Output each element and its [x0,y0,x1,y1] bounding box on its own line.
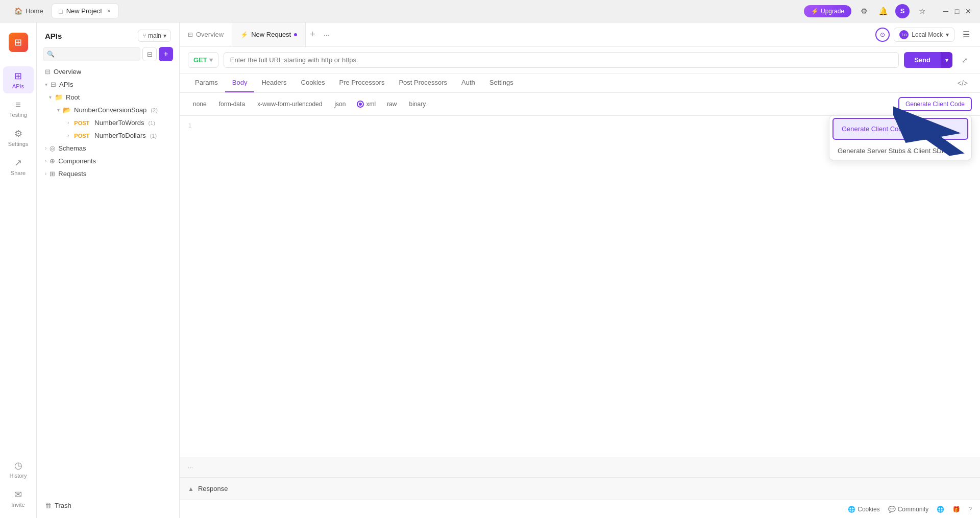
gen-code-dropdown: Generate Client Code Generate Server Stu… [829,115,972,160]
tab-new-project[interactable]: ◻ New Project ✕ [52,4,119,18]
share-icon: ↗ [14,157,22,168]
body-type-binary[interactable]: binary [404,98,431,110]
endpoint1-count: (1) [149,120,155,126]
body-type-form-data[interactable]: form-data [214,98,250,110]
avatar[interactable]: S [895,4,910,18]
tree-endpoint2[interactable]: › POST NumberToDollars (1) [41,129,175,142]
history-label: History [9,473,27,479]
method-select[interactable]: GET ▾ [188,52,218,68]
root-label: Root [66,93,80,101]
cookies-button[interactable]: 🌐 Cookies [848,506,879,513]
body-type-none[interactable]: none [188,98,212,110]
send-dropdown-button[interactable]: ▾ [941,52,952,68]
chevron-down-icon: ▾ [49,94,52,100]
tab-pre-processors[interactable]: Pre Processors [332,73,392,92]
bottom-bar: 🌐 Cookies 💬 Community 🌐 🎁 ? [180,500,980,518]
settings-icon[interactable]: ⚙ [856,4,871,18]
status-icon[interactable]: ⊙ [875,28,890,42]
tab-headers[interactable]: Headers [254,73,293,92]
testing-icon: ≡ [15,100,21,110]
app-logo: ⊞ [9,33,28,52]
overview-tab-label: Overview [196,31,224,38]
tab-settings[interactable]: Settings [482,73,521,92]
filter-button[interactable]: ⊟ [142,47,157,61]
body-type-xml[interactable]: xml [353,98,380,110]
send-button[interactable]: Send [904,52,941,68]
tree-endpoint1[interactable]: › POST NumberToWords (1) [41,116,175,129]
req-tabs: Params Body Headers Cookies Pre Processo… [180,73,980,93]
tab-close-button[interactable]: ✕ [105,8,112,15]
gen-server-stubs-option[interactable]: Generate Server Stubs & Client SDKs [829,142,971,160]
sidebar-item-history[interactable]: ◷ History [3,456,34,483]
editor-area: 1 [180,116,980,457]
request-bar: GET ▾ Send ▾ ⤢ [180,47,980,73]
tab-post-processors[interactable]: Post Processors [391,73,454,92]
tree-schemas[interactable]: › ◎ Schemas [41,142,175,155]
bookmark-icon[interactable]: ☆ [915,4,929,18]
sidebar-item-testing[interactable]: ≡ Testing [3,95,34,122]
tree-apis[interactable]: ▾ ⊟ APIs [41,78,175,91]
add-tab-button[interactable]: + [306,29,320,40]
maximize-button[interactable]: □ [953,8,961,15]
search-bar: 🔍 [43,47,140,61]
expand-button[interactable]: ⤢ [958,54,972,66]
endpoint2-count: (1) [150,133,157,139]
help-button[interactable]: ? [968,506,972,513]
close-button[interactable]: ✕ [965,8,972,15]
icon-sidebar: ⊞ ⊞ APIs ≡ Testing ⚙ Settings ↗ Share ◷ … [0,22,37,518]
gen-code-button[interactable]: Generate Client Code [898,97,972,111]
content-tab-bar: ⊟ Overview ⚡ New Request + ··· ⊙ Lo Loca… [180,22,980,47]
search-input[interactable] [43,47,140,61]
invite-label: Invite [11,502,24,508]
endpoint1-method: POST [72,119,91,127]
tree-requests[interactable]: › ⊞ Requests [41,167,175,180]
env-selector[interactable]: Lo Local Mock ▾ [894,28,954,42]
gift-button[interactable]: 🎁 [952,506,960,513]
upgrade-button[interactable]: ⚡ Upgrade [804,5,851,17]
sidebar-item-invite[interactable]: ✉ Invite [3,485,34,512]
main-content: ⊟ Overview ⚡ New Request + ··· ⊙ Lo Loca… [180,22,980,518]
tab-params[interactable]: Params [188,73,225,92]
tab-new-project-label: New Project [66,7,102,15]
response-dots: ··· [188,464,193,471]
tab-overview[interactable]: ⊟ Overview [180,22,232,46]
testing-label: Testing [9,112,27,118]
tree-root[interactable]: ▾ 📁 Root [41,91,175,104]
response-chevron-icon: ▲ [188,485,194,492]
body-type-urlencoded[interactable]: x-www-form-urlencoded [252,98,327,110]
globe-button[interactable]: 🌐 [937,506,944,513]
code-view-button[interactable]: </> [953,76,972,90]
url-input[interactable] [224,52,899,68]
editor-content[interactable] [198,122,972,451]
tree-components[interactable]: › ⊕ Components [41,155,175,167]
tree-trash[interactable]: 🗑 Trash [41,499,175,512]
sidebar-item-apis[interactable]: ⊞ APIs [3,66,34,93]
bell-icon[interactable]: 🔔 [876,4,890,18]
tab-home[interactable]: 🏠 Home [8,4,50,18]
branch-selector[interactable]: ⑂ main ▾ [138,30,171,42]
more-tabs-button[interactable]: ··· [320,29,334,41]
tab-auth[interactable]: Auth [454,73,482,92]
body-type-raw[interactable]: raw [382,98,402,110]
radio-xml-dot [359,103,362,106]
body-type-json[interactable]: json [329,98,351,110]
tab-body[interactable]: Body [225,73,255,92]
components-label: Components [58,157,96,165]
minimize-button[interactable]: ─ [942,8,949,15]
tab-new-request[interactable]: ⚡ New Request [232,22,306,46]
sidebar-item-share[interactable]: ↗ Share [3,153,34,180]
response-section[interactable]: ··· [180,457,980,477]
history-icon: ◷ [14,460,22,471]
tree-overview[interactable]: ⊟ Overview [41,65,175,78]
schemas-label: Schemas [58,144,86,152]
tab-cookies[interactable]: Cookies [294,73,332,92]
home-icon: 🏠 [14,7,22,15]
gen-client-code-option[interactable]: Generate Client Code [832,118,968,140]
sidebar-item-settings[interactable]: ⚙ Settings [3,124,34,151]
invite-icon: ✉ [14,489,22,500]
community-button[interactable]: 💬 Community [888,506,929,513]
add-button[interactable]: + [159,47,173,61]
hamburger-menu[interactable]: ☰ [959,28,974,41]
tree-group[interactable]: ▾ 📂 NumberConversionSoap (2) [41,104,175,116]
response-bar[interactable]: ▲ Response [180,477,980,500]
